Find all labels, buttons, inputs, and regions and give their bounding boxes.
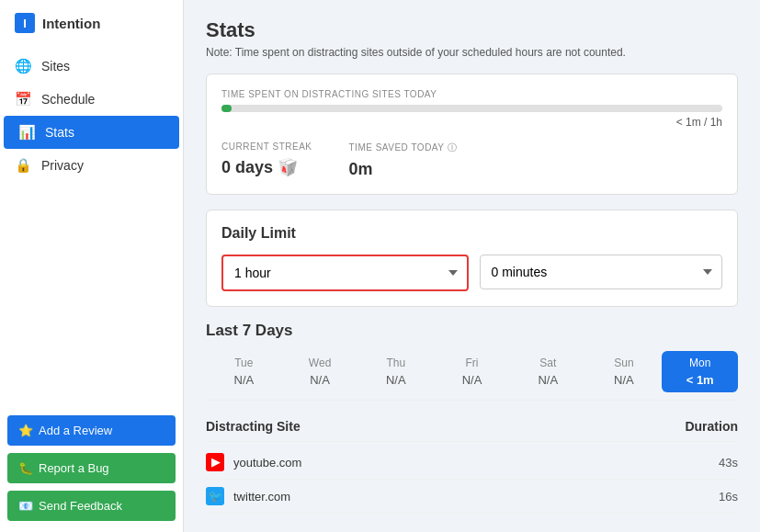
logo-icon: I (15, 13, 35, 33)
sidebar-item-sites[interactable]: 🌐 Sites (0, 50, 183, 83)
day-name: Wed (286, 357, 355, 369)
sidebar: I Intention 🌐 Sites 📅 Schedule 📊 Stats 🔒… (0, 0, 184, 532)
last7days-section: Last 7 Days Tue N/A Wed N/A Thu N/A Fri … (206, 322, 738, 401)
site-duration: 16s (719, 490, 738, 504)
time-saved-label: TIME SAVED TODAY ⓘ (349, 141, 458, 154)
minutes-select-wrapper: 0 minutes 15 minutes 30 minutes 45 minut… (480, 255, 723, 291)
day-cell-mon: Mon < 1m (662, 351, 738, 392)
day-value: N/A (437, 373, 506, 387)
sidebar-bottom: ⭐ Add a Review 🐛 Report a Bug 📧 Send Fee… (0, 404, 183, 532)
add-review-label: Add a Review (39, 424, 112, 437)
stats-card: TIME SPENT ON DISTRACTING SITES TODAY < … (206, 74, 738, 195)
sidebar-item-sites-label: Sites (41, 59, 70, 74)
site-favicon: 🐦 (206, 487, 224, 505)
day-value: N/A (210, 373, 278, 387)
page-title: Stats (206, 18, 738, 42)
review-icon: ⭐ (18, 424, 33, 437)
app-logo: I Intention (0, 0, 183, 46)
streak-value: 0 days 🥡 (221, 157, 312, 177)
main-content: Stats Note: Time spent on distracting si… (184, 0, 760, 532)
stats-row: CURRENT STREAK 0 days 🥡 TIME SAVED TODAY… (221, 141, 722, 179)
table-row: ▶ youtube.com 43s (206, 446, 738, 480)
sidebar-item-stats-label: Stats (45, 125, 74, 140)
site-name: twitter.com (233, 490, 290, 504)
limit-selects: 0 hours 1 hour 2 hours 3 hours 4 hours 5… (221, 255, 722, 291)
bug-icon: 🐛 (18, 461, 33, 475)
col-duration: Duration (685, 419, 738, 434)
day-cell-tue: Tue N/A (206, 351, 282, 392)
progress-bar-fill (221, 105, 232, 112)
add-review-button[interactable]: ⭐ Add a Review (7, 415, 176, 446)
app-name: Intention (42, 16, 100, 31)
time-saved-block: TIME SAVED TODAY ⓘ 0m (349, 141, 458, 179)
day-cell-sat: Sat N/A (510, 351, 586, 392)
sidebar-item-stats[interactable]: 📊 Stats (4, 116, 179, 149)
day-value: N/A (286, 373, 355, 387)
time-saved-value: 0m (349, 160, 458, 179)
day-cell-thu: Thu N/A (357, 351, 434, 392)
col-site: Distracting Site (206, 419, 301, 434)
site-info: 🐦 twitter.com (206, 487, 290, 505)
daily-limit-title: Daily Limit (221, 225, 722, 242)
day-value: N/A (514, 373, 583, 387)
sidebar-item-privacy-label: Privacy (41, 158, 84, 173)
feedback-icon: 📧 (18, 499, 33, 513)
schedule-icon: 📅 (15, 91, 32, 108)
table-row: 🐦 twitter.com 16s (206, 480, 738, 514)
progress-text: < 1m / 1h (221, 116, 722, 129)
hours-select[interactable]: 0 hours 1 hour 2 hours 3 hours 4 hours 5… (223, 256, 467, 289)
day-name: Sat (514, 357, 583, 369)
day-value: N/A (590, 373, 659, 387)
streak-block: CURRENT STREAK 0 days 🥡 (221, 141, 312, 179)
sidebar-item-schedule[interactable]: 📅 Schedule (0, 83, 183, 116)
day-value: N/A (361, 373, 430, 387)
sidebar-nav: 🌐 Sites 📅 Schedule 📊 Stats 🔒 Privacy (0, 46, 183, 404)
day-name: Mon (665, 357, 734, 369)
site-favicon: ▶ (206, 453, 224, 471)
hours-select-wrapper: 0 hours 1 hour 2 hours 3 hours 4 hours 5… (221, 255, 469, 291)
last7days-title: Last 7 Days (206, 322, 738, 340)
site-duration: 43s (719, 456, 738, 470)
privacy-icon: 🔒 (15, 157, 32, 174)
sidebar-item-schedule-label: Schedule (41, 92, 95, 107)
sites-header: Distracting Site Duration (206, 415, 738, 442)
stats-icon: 📊 (18, 124, 36, 141)
report-bug-label: Report a Bug (39, 461, 109, 475)
send-feedback-button[interactable]: 📧 Send Feedback (7, 491, 176, 521)
sites-icon: 🌐 (15, 58, 32, 74)
daily-limit-card: Daily Limit 0 hours 1 hour 2 hours 3 hou… (206, 209, 738, 307)
progress-bar (221, 105, 722, 112)
day-cell-wed: Wed N/A (282, 351, 358, 392)
day-cell-sun: Sun N/A (586, 351, 663, 392)
send-feedback-label: Send Feedback (39, 499, 122, 513)
site-info: ▶ youtube.com (206, 453, 301, 471)
report-bug-button[interactable]: 🐛 Report a Bug (7, 453, 176, 483)
minutes-select[interactable]: 0 minutes 15 minutes 30 minutes 45 minut… (480, 255, 723, 289)
sites-rows: ▶ youtube.com 43s 🐦 twitter.com 16s (206, 446, 738, 514)
time-spent-label: TIME SPENT ON DISTRACTING SITES TODAY (221, 89, 722, 99)
day-name: Sun (590, 357, 659, 369)
day-value: < 1m (665, 373, 734, 387)
sidebar-item-privacy[interactable]: 🔒 Privacy (0, 149, 183, 182)
day-name: Thu (361, 357, 430, 369)
page-note: Note: Time spent on distracting sites ou… (206, 46, 738, 59)
sites-table: Distracting Site Duration ▶ youtube.com … (206, 415, 738, 514)
days-row: Tue N/A Wed N/A Thu N/A Fri N/A Sat N/A … (206, 351, 738, 401)
day-name: Fri (437, 357, 506, 369)
day-name: Tue (210, 357, 278, 369)
streak-label: CURRENT STREAK (221, 141, 312, 152)
day-cell-fri: Fri N/A (434, 351, 510, 392)
site-name: youtube.com (233, 456, 301, 470)
